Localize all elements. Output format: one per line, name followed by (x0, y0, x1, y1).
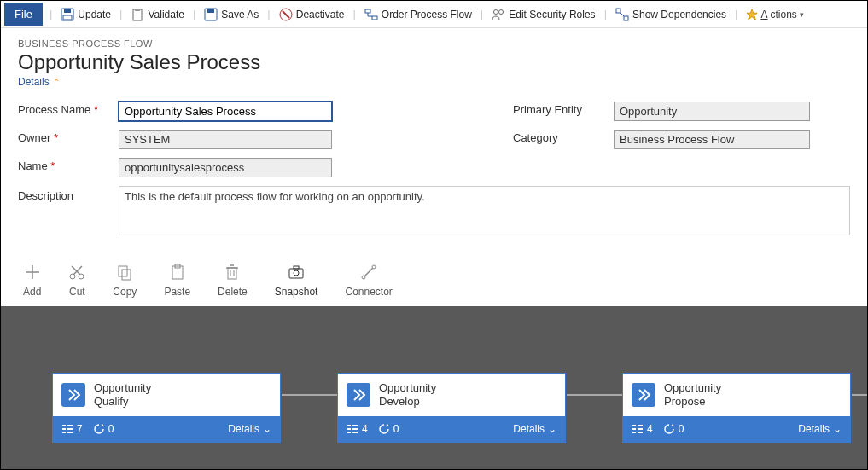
separator: | (267, 8, 270, 20)
clipboard-icon (131, 8, 144, 21)
stage-header: OpportunityDevelop (338, 374, 565, 416)
update-button[interactable]: Update (55, 4, 116, 25)
copy-icon (116, 264, 133, 281)
svg-marker-16 (747, 9, 757, 19)
show-deps-label: Show Dependencies (632, 9, 726, 20)
svg-rect-10 (372, 16, 377, 20)
owner-field[interactable]: SYSTEM (119, 130, 332, 149)
svg-line-8 (283, 11, 289, 18)
svg-rect-1 (64, 9, 71, 13)
svg-rect-39 (62, 428, 66, 430)
connector-icon (360, 264, 377, 281)
svg-line-15 (620, 13, 624, 16)
page-title: Opportunity Sales Process (18, 50, 850, 74)
svg-rect-43 (67, 432, 73, 433)
stage-connector (852, 394, 868, 396)
delete-label: Delete (218, 286, 248, 298)
separator: | (481, 8, 483, 20)
svg-rect-42 (67, 428, 73, 430)
name-field: opportunitysalesprocess (119, 158, 332, 177)
process-name-input[interactable] (119, 102, 332, 121)
validate-button[interactable]: Validate (125, 4, 189, 25)
add-button[interactable]: Add (23, 264, 41, 298)
caret-up-icon: ⌃ (53, 78, 60, 87)
svg-marker-44 (101, 424, 104, 426)
svg-rect-49 (352, 428, 358, 430)
delete-button[interactable]: Delete (218, 264, 248, 298)
edit-security-button[interactable]: Edit Security Roles (486, 4, 600, 25)
stage-card[interactable]: OpportunityQualify 7 0 Details ⌄ (52, 373, 281, 443)
stage-icon (61, 383, 85, 407)
save-icon (61, 8, 74, 21)
stage-footer: 4 0 Details ⌄ (338, 416, 565, 442)
security-icon (492, 8, 505, 21)
svg-marker-51 (386, 424, 389, 426)
cut-button[interactable]: Cut (68, 264, 85, 298)
stage-details-button[interactable]: Details ⌄ (228, 423, 271, 435)
snapshot-label: Snapshot (275, 286, 318, 298)
process-canvas[interactable]: OpportunityQualify 7 0 Details ⌄ Opportu… (1, 306, 867, 470)
snapshot-button[interactable]: Snapshot (275, 264, 318, 298)
stage-header: OpportunityQualify (53, 374, 280, 416)
paste-button[interactable]: Paste (164, 264, 190, 298)
actions-label: ctions (771, 9, 797, 20)
file-menu[interactable]: File (4, 3, 43, 26)
separator: | (604, 8, 607, 20)
flow-icon (364, 8, 378, 21)
description-label: Description (18, 186, 119, 238)
svg-rect-40 (62, 432, 66, 433)
svg-rect-53 (632, 428, 636, 430)
svg-rect-4 (135, 9, 140, 11)
connector-button[interactable]: Connector (345, 264, 392, 298)
primary-entity-field: Opportunity (614, 102, 810, 121)
stage-card[interactable]: OpportunityDevelop 4 0 Details ⌄ (337, 373, 566, 443)
category-label: Category (513, 130, 614, 149)
chevron-down-icon: ⌄ (263, 423, 271, 435)
refresh-count: 0 (93, 423, 114, 435)
details-toggle[interactable]: Details ⌃ (18, 76, 60, 88)
stage-footer: 7 0 Details ⌄ (53, 416, 280, 442)
deactivate-icon (279, 8, 293, 21)
add-label: Add (23, 286, 41, 298)
svg-rect-41 (67, 425, 73, 426)
svg-point-11 (494, 9, 498, 14)
steps-count: 7 (61, 423, 83, 435)
actions-icon (746, 9, 758, 20)
svg-rect-38 (62, 425, 66, 426)
deps-icon (615, 8, 629, 21)
order-flow-label: Order Process Flow (382, 9, 472, 20)
owner-label: Owner * (18, 130, 119, 149)
description-input[interactable] (119, 186, 850, 235)
svg-rect-34 (294, 266, 299, 269)
chevron-down-icon: ▾ (800, 10, 804, 19)
details-label: Details (18, 76, 50, 88)
cut-icon (68, 264, 85, 281)
svg-rect-24 (122, 270, 131, 280)
stage-card[interactable]: OpportunityPropose 4 0 Details ⌄ (622, 373, 851, 443)
connector-label: Connector (345, 286, 392, 298)
primary-entity-label: Primary Entity (513, 102, 614, 121)
svg-rect-27 (228, 268, 236, 279)
save-as-button[interactable]: Save As (199, 4, 264, 25)
svg-rect-47 (347, 432, 351, 433)
svg-line-37 (364, 268, 373, 276)
stage-toolbar: Add Cut Copy Paste Delete Snapshot Conne… (1, 248, 867, 306)
svg-rect-6 (207, 9, 214, 13)
stage-title: OpportunityPropose (664, 381, 721, 409)
svg-point-33 (294, 270, 299, 276)
category-field: Business Process Flow (614, 130, 810, 149)
actions-menu[interactable]: Actions ▾ (741, 5, 808, 24)
svg-rect-56 (638, 428, 643, 430)
paste-label: Paste (164, 286, 190, 298)
copy-button[interactable]: Copy (113, 264, 137, 298)
form: Process Name * Primary Entity Opportunit… (1, 91, 867, 248)
deactivate-label: Deactivate (296, 9, 345, 20)
deactivate-button[interactable]: Deactivate (274, 4, 350, 25)
show-deps-button[interactable]: Show Dependencies (610, 4, 731, 25)
order-flow-button[interactable]: Order Process Flow (359, 4, 477, 25)
stage-details-button[interactable]: Details ⌄ (513, 423, 556, 435)
separator: | (193, 8, 195, 20)
plus-icon (24, 264, 41, 281)
stage-details-button[interactable]: Details ⌄ (798, 423, 842, 435)
separator: | (735, 8, 737, 20)
